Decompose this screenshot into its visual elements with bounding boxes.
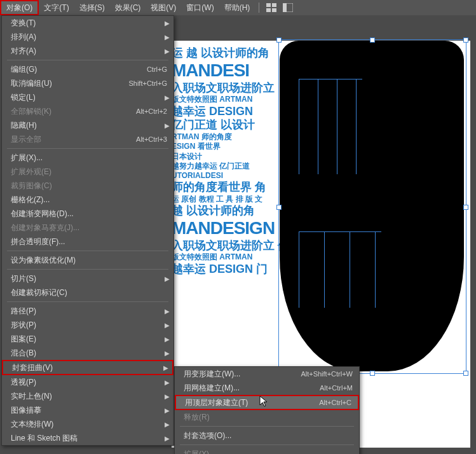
menu-item-label: 裁剪图像(C)	[11, 181, 167, 191]
menu-item[interactable]: 设为像素级优化(M)	[2, 253, 173, 267]
menu-item-label: 全部解锁(K)	[11, 106, 121, 117]
menu-item-label: 图像描摹	[11, 405, 167, 416]
menu-item-label: Line 和 Sketch 图稿	[11, 433, 167, 444]
chevron-right-icon: ▶	[165, 48, 170, 55]
menu-item[interactable]: 扩展(X)...	[2, 151, 173, 165]
menu-bar: 对象(O) 文字(T) 选择(S) 效果(C) 视图(V) 窗口(W) 帮助(H…	[0, 0, 476, 15]
chevron-right-icon: ▶	[165, 393, 170, 400]
menu-item[interactable]: 图像描摹▶	[2, 403, 173, 417]
menu-item[interactable]: 创建裁切标记(C)	[2, 285, 173, 299]
menu-item-label: 图案(E)	[11, 334, 167, 345]
handle[interactable]	[463, 371, 468, 376]
submenu-item[interactable]: 用变形建立(W)...Alt+Shift+Ctrl+W	[175, 367, 359, 381]
menu-separator	[180, 426, 354, 427]
chevron-right-icon: ▶	[165, 20, 170, 27]
menu-item[interactable]: 锁定(L)▶	[2, 90, 173, 104]
chevron-right-icon: ▶	[165, 94, 170, 101]
menu-object[interactable]: 对象(O)	[0, 0, 39, 15]
handle[interactable]	[276, 38, 282, 43]
menu-item[interactable]: 变换(T)▶	[2, 16, 173, 30]
menu-item[interactable]: 编组(G)Ctrl+G	[2, 62, 173, 76]
chevron-right-icon: ▶	[165, 308, 170, 315]
guide	[299, 79, 362, 79]
menu-item[interactable]: 路径(P)▶	[2, 304, 173, 318]
menu-item[interactable]: 隐藏(H)▶	[2, 118, 173, 132]
guide	[299, 79, 299, 174]
menu-item-label: 形状(P)	[11, 320, 167, 331]
menu-item[interactable]: 对齐(A)▶	[2, 44, 173, 58]
guide	[324, 231, 325, 308]
guide	[350, 231, 350, 308]
menu-select[interactable]: 选择(S)	[74, 0, 110, 15]
menu-item[interactable]: 透视(P)▶	[2, 375, 173, 389]
chevron-right-icon: ▶	[165, 407, 170, 414]
menu-view[interactable]: 视图(V)	[146, 0, 181, 15]
menu-separator	[7, 269, 168, 270]
menu-item[interactable]: 切片(S)▶	[2, 272, 173, 285]
menu-separator	[7, 251, 168, 251]
menu-item[interactable]: 图案(E)▶	[2, 332, 173, 346]
menu-item-shortcut: Alt+Ctrl+3	[136, 135, 167, 143]
chevron-right-icon: ▶	[165, 322, 170, 329]
menu-item-label: 取消编组(U)	[11, 78, 113, 89]
menu-item-label: 扩展外观(E)	[11, 167, 167, 177]
submenu-item-label: 封套选项(O)...	[184, 430, 353, 441]
arrange-docs-icon[interactable]	[264, 1, 278, 15]
menu-item[interactable]: 栅格化(Z)...	[2, 193, 173, 207]
menu-item[interactable]: 实时上色(N)▶	[2, 389, 173, 403]
menu-item[interactable]: 封套扭曲(V)▶	[2, 360, 173, 375]
handle[interactable]	[276, 205, 282, 210]
svg-rect-3	[272, 8, 276, 12]
handle[interactable]	[463, 38, 468, 43]
menu-window[interactable]: 窗口(W)	[181, 0, 219, 15]
svg-rect-1	[272, 3, 276, 7]
menu-item-label: 拼合透明度(F)...	[11, 237, 167, 247]
guide	[375, 231, 376, 308]
menu-item[interactable]: 创建渐变网格(D)...	[2, 207, 173, 221]
menu-item[interactable]: 排列(A)▶	[2, 30, 173, 44]
guide	[318, 79, 318, 174]
submenu-item-label: 释放(R)	[184, 412, 353, 423]
chevron-right-icon: ▶	[165, 421, 170, 428]
cursor-icon	[259, 396, 268, 407]
menu-item: 显示全部Alt+Ctrl+3	[2, 132, 173, 146]
menu-item[interactable]: 取消编组(U)Shift+Ctrl+G	[2, 76, 173, 90]
menu-item-label: 创建渐变网格(D)...	[11, 209, 167, 219]
menu-item-shortcut: Shift+Ctrl+G	[128, 79, 167, 87]
menu-effect[interactable]: 效果(C)	[110, 0, 146, 15]
svg-rect-5	[283, 3, 287, 12]
envelope-distort-submenu: 用变形建立(W)...Alt+Shift+Ctrl+W用网格建立(M)...Al…	[174, 366, 360, 454]
guide	[337, 79, 337, 174]
handle[interactable]	[370, 371, 375, 376]
chevron-right-icon: ▶	[165, 350, 170, 357]
menu-item-label: 设为像素级优化(M)	[11, 255, 167, 266]
submenu-item-shortcut: Alt+Ctrl+C	[319, 399, 351, 406]
chevron-right-icon: ▶	[165, 336, 170, 343]
menu-item-label: 排列(A)	[11, 32, 167, 43]
menu-item-label: 变换(T)	[11, 18, 167, 29]
menu-item-label: 路径(P)	[11, 306, 167, 317]
chevron-right-icon: ▶	[165, 275, 170, 282]
menu-item[interactable]: Line 和 Sketch 图稿▶	[2, 431, 173, 445]
menu-item-label: 对齐(A)	[11, 46, 167, 57]
submenu-item[interactable]: 封套选项(O)...	[175, 429, 359, 443]
menu-item-label: 透视(P)	[11, 377, 167, 388]
menu-type[interactable]: 文字(T)	[39, 0, 74, 15]
menu-item[interactable]: 文本绕排(W)▶	[2, 417, 173, 431]
menu-item-label: 栅格化(Z)...	[11, 195, 167, 205]
menu-item-label: 切片(S)	[11, 273, 167, 284]
guide	[299, 231, 381, 232]
guide	[356, 79, 357, 174]
menu-item[interactable]: 混合(B)▶	[2, 346, 173, 360]
menu-help[interactable]: 帮助(H)	[219, 0, 255, 15]
handle[interactable]	[463, 205, 468, 210]
layout-icon[interactable]	[281, 1, 295, 15]
submenu-item-label: 用网格建立(M)...	[184, 383, 304, 394]
menu-item[interactable]: 拼合透明度(F)...	[2, 235, 173, 249]
submenu-item: 扩展(X)	[175, 447, 359, 454]
menu-item[interactable]: 形状(P)▶	[2, 318, 173, 332]
chevron-right-icon: ▶	[165, 34, 170, 41]
submenu-item[interactable]: 用网格建立(M)...Alt+Ctrl+M	[175, 381, 359, 395]
submenu-item-shortcut: Alt+Ctrl+M	[320, 384, 353, 392]
handle[interactable]	[370, 38, 375, 43]
